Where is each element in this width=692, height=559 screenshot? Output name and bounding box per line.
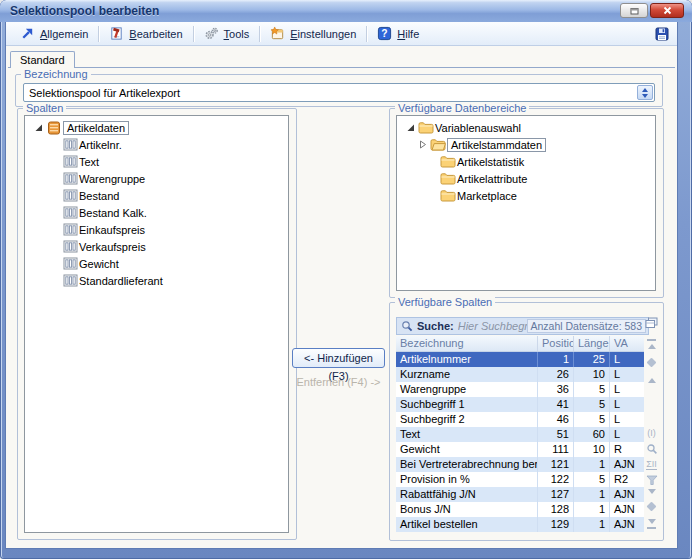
move-up-icon[interactable] xyxy=(644,356,659,369)
group-spalten: Spalten Artikeldaten Artikelnr. Text xyxy=(17,108,297,540)
goto-record-icon[interactable]: (I) xyxy=(644,426,659,439)
table-row-selected[interactable]: Artikelnummer 1 25 L xyxy=(396,352,644,367)
tree-node-label[interactable]: Gewicht xyxy=(79,258,119,270)
cell-laenge: 1 xyxy=(574,457,610,472)
tree-node-label[interactable]: Variablenauswahl xyxy=(435,122,521,134)
cell-va: AJN xyxy=(610,487,644,502)
table-row[interactable]: Kurzname 26 10 L xyxy=(396,367,644,382)
tree-node-label[interactable]: Artikelnr. xyxy=(79,139,122,151)
cell-position: 127 xyxy=(538,487,574,502)
cell-bezeichnung: Suchbegriff 1 xyxy=(396,397,538,412)
table-row[interactable]: Provision in % 122 5 R2 xyxy=(396,472,644,487)
table-row[interactable]: Suchbegriff 1 41 5 L xyxy=(396,397,644,412)
scroll-to-top-icon[interactable] xyxy=(644,338,659,351)
tree-node-einkaufspreis[interactable]: Einkaufspreis xyxy=(25,221,288,238)
search-label: Suche: xyxy=(417,320,454,332)
next-row-icon[interactable] xyxy=(644,485,659,498)
tree-node-label[interactable]: Artikelstatistik xyxy=(457,156,524,168)
search-bar[interactable]: Suche: Hier Suchbegriff einge Anzahl Dat… xyxy=(396,317,649,335)
column-chooser-icon[interactable] xyxy=(644,316,659,329)
column-header-position[interactable]: Position xyxy=(538,336,574,351)
table-row[interactable]: Artikel bestellen 129 1 AJN xyxy=(396,517,644,532)
tree-node-text[interactable]: Text xyxy=(25,153,288,170)
toolbar-item-einstellungen[interactable]: Einstellungen xyxy=(262,24,364,43)
table-row[interactable]: Rabattfähig J/N 127 1 AJN xyxy=(396,487,644,502)
tree-node-label[interactable]: Marketplace xyxy=(457,190,517,202)
tree-node-warengruppe[interactable]: Warengruppe xyxy=(25,170,288,187)
tree-node-label[interactable]: Bestand Kalk. xyxy=(79,207,147,219)
svg-text:?: ? xyxy=(382,28,388,39)
tree-node-label[interactable]: Artikeldaten xyxy=(63,121,129,135)
tree-node-artikeldaten[interactable]: Artikeldaten xyxy=(25,119,288,136)
columns-table[interactable]: Bezeichnung Position Länge VA Artikelnum… xyxy=(396,336,644,532)
bezeichnung-combobox[interactable]: Selektionspool für Artikelexport xyxy=(23,83,655,102)
cell-bezeichnung: Gewicht xyxy=(396,442,538,457)
tree-node-gewicht[interactable]: Gewicht xyxy=(25,255,288,272)
toolbar-item-bearbeiten[interactable]: Bearbeiten xyxy=(101,24,190,43)
column-header-va[interactable]: VA xyxy=(610,336,644,351)
column-header-laenge[interactable]: Länge xyxy=(574,336,610,351)
save-button[interactable] xyxy=(654,26,670,42)
table-row[interactable]: Bei Vertreterabrechnung berücksichtige 1… xyxy=(396,457,644,472)
tree-node-label[interactable]: Warengruppe xyxy=(79,173,145,185)
hinzufuegen-button[interactable]: <- Hinzufügen (F3) xyxy=(292,348,385,368)
close-window-button[interactable] xyxy=(650,3,684,18)
tree-node-standardlieferant[interactable]: Standardlieferant xyxy=(25,272,288,289)
column-icon xyxy=(61,155,79,168)
tree-node-artikelnr[interactable]: Artikelnr. xyxy=(25,136,288,153)
cell-bezeichnung: Kurzname xyxy=(396,367,538,382)
table-row[interactable]: Text 51 60 L xyxy=(396,427,644,442)
tree-node-label[interactable]: Standardlieferant xyxy=(79,275,163,287)
table-row[interactable]: Suchbegriff 2 46 5 L xyxy=(396,412,644,427)
tree-node-label[interactable]: Artikelattribute xyxy=(457,173,527,185)
previous-row-icon[interactable] xyxy=(644,374,659,387)
toolbar-item-hilfe[interactable]: ? Hilfe xyxy=(369,24,427,43)
tree-node-bestand-kalk[interactable]: Bestand Kalk. xyxy=(25,204,288,221)
scroll-to-bottom-icon[interactable] xyxy=(644,517,659,530)
cell-position: 121 xyxy=(538,457,574,472)
expanded-triangle-icon[interactable] xyxy=(31,122,45,133)
table-row[interactable]: Bonus J/N 128 1 AJN xyxy=(396,502,644,517)
collapsed-triangle-icon[interactable] xyxy=(415,139,429,150)
cell-laenge: 25 xyxy=(574,352,610,367)
spin-up-icon xyxy=(642,88,648,92)
tab-page-standard: Standard Bezeichnung Selektionspool für … xyxy=(6,46,677,548)
table-row[interactable]: Warengruppe 36 5 L xyxy=(396,382,644,397)
tree-node-artikelstammdaten[interactable]: Artikelstammdaten xyxy=(397,136,655,153)
tree-node-label[interactable]: Artikelstammdaten xyxy=(447,138,546,152)
tree-node-label[interactable]: Bestand xyxy=(79,190,119,202)
tree-node-label[interactable]: Verkaufspreis xyxy=(79,241,146,253)
move-down-icon[interactable] xyxy=(644,500,659,513)
dialog-window: Selektionspool bearbeiten Allgemein Bear… xyxy=(0,0,692,559)
cell-va: L xyxy=(610,367,644,382)
cell-bezeichnung: Artikelnummer xyxy=(396,352,538,367)
tree-node-artikelattribute[interactable]: Artikelattribute xyxy=(397,170,655,187)
column-header-bezeichnung[interactable]: Bezeichnung xyxy=(396,336,538,351)
tree-node-label[interactable]: Text xyxy=(79,156,99,168)
grid-search-icon[interactable] xyxy=(644,442,659,455)
tree-node-variablenauswahl[interactable]: Variablenauswahl xyxy=(397,119,655,136)
search-input[interactable]: Hier Suchbegriff einge xyxy=(458,320,527,332)
toolbar-separator xyxy=(366,26,367,42)
group-bezeichnung-label: Bezeichnung xyxy=(21,68,91,80)
cell-position: 51 xyxy=(538,427,574,442)
toolbar-item-tools[interactable]: Tools xyxy=(196,24,258,43)
spalten-tree[interactable]: Artikeldaten Artikelnr. Text Warengruppe xyxy=(24,115,289,533)
tree-node-label[interactable]: Einkaufspreis xyxy=(79,224,145,236)
main-toolbar: Allgemein Bearbeiten Tools Einstellungen… xyxy=(6,22,677,46)
restore-window-button[interactable] xyxy=(620,3,648,18)
group-datenbereiche-label: Verfügbare Datenbereiche xyxy=(395,102,529,114)
tree-node-marketplace[interactable]: Marketplace xyxy=(397,187,655,204)
toolbar-item-allgemein[interactable]: Allgemein xyxy=(12,24,96,43)
datenbereiche-tree[interactable]: Variablenauswahl Artikelstammdaten Artik… xyxy=(396,115,656,291)
tree-node-verkaufspreis[interactable]: Verkaufspreis xyxy=(25,238,288,255)
summary-icon[interactable]: ΣΙΙ xyxy=(644,458,659,471)
cell-bezeichnung: Warengruppe xyxy=(396,382,538,397)
combobox-spin-button[interactable] xyxy=(637,85,653,100)
cell-position: 41 xyxy=(538,397,574,412)
tree-node-bestand[interactable]: Bestand xyxy=(25,187,288,204)
tree-node-artikelstatistik[interactable]: Artikelstatistik xyxy=(397,153,655,170)
table-row[interactable]: Gewicht 111 10 R xyxy=(396,442,644,457)
expanded-triangle-icon[interactable] xyxy=(403,122,417,133)
tab-standard[interactable]: Standard xyxy=(10,51,75,68)
